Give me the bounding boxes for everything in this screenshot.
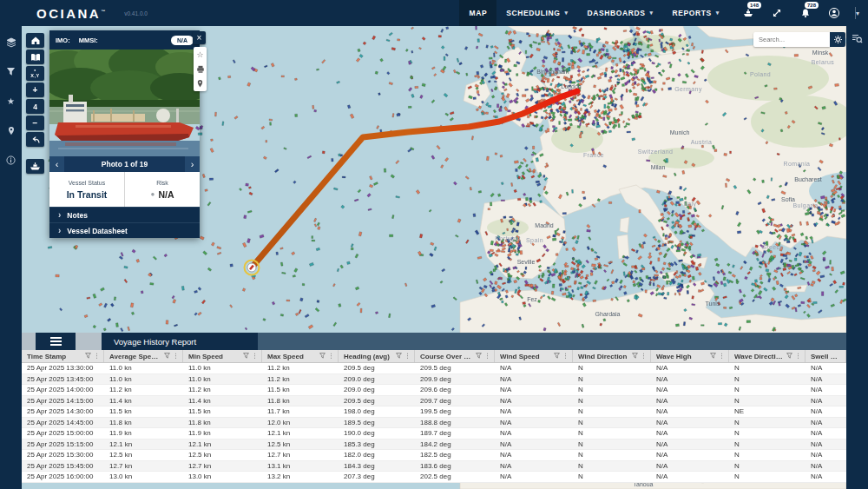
- table-cell: 25 Apr 2025 15:00:00: [22, 428, 104, 439]
- column-menu-icon[interactable]: ⋮: [252, 353, 258, 360]
- column-header[interactable]: Average Speed (SOG)⋮: [104, 350, 183, 362]
- column-menu-icon[interactable]: ⋮: [719, 353, 725, 360]
- table-cell: N/A: [495, 472, 573, 482]
- fleet-button[interactable]: [26, 159, 44, 174]
- close-panel-button[interactable]: ×: [193, 31, 206, 44]
- table-cell: N: [573, 363, 651, 373]
- table-cell: 199.5 deg: [415, 406, 495, 417]
- column-header[interactable]: Course Over Ground (...⋮: [415, 350, 495, 362]
- column-menu-icon[interactable]: ⋮: [404, 353, 411, 360]
- table-cell: 12.1 kn: [104, 439, 183, 450]
- column-header[interactable]: Swell High: [806, 350, 846, 362]
- notifications-bell-icon[interactable]: 728: [799, 6, 812, 20]
- table-row[interactable]: 25 Apr 2025 15:30:0012.5 kn12.5 kn12.7 k…: [22, 450, 846, 461]
- column-header[interactable]: Min Speed⋮: [183, 350, 262, 362]
- favorites-star-icon[interactable]: ★: [5, 96, 16, 107]
- filter-funnel-icon[interactable]: [554, 353, 560, 360]
- table-row[interactable]: 25 Apr 2025 15:00:0011.9 kn11.9 kn12.1 k…: [22, 428, 846, 439]
- basemap-book-button[interactable]: [26, 50, 44, 64]
- table-cell: 12.7 kn: [262, 450, 339, 460]
- vessel-count-icon[interactable]: 148: [741, 6, 755, 20]
- table-cell: 11.0 kn: [183, 374, 262, 385]
- vessel-datasheet-expander[interactable]: › Vessel Datasheet: [49, 222, 200, 238]
- tab-voyage-history-report[interactable]: Voyage History Report: [102, 333, 258, 350]
- info-icon[interactable]: [5, 155, 16, 166]
- filter-funnel-icon[interactable]: [319, 353, 326, 360]
- coordinates-xy-button[interactable]: ●X,Y: [26, 66, 44, 81]
- table-row[interactable]: 25 Apr 2025 13:30:0011.0 kn11.0 kn11.2 k…: [22, 363, 846, 374]
- voyage-route-line: [252, 91, 577, 268]
- table-cell: N/A: [651, 418, 729, 428]
- table-cell: N/A: [495, 418, 573, 428]
- filter-funnel-icon[interactable]: [786, 353, 792, 360]
- filter-funnel-icon[interactable]: [632, 353, 638, 360]
- nav-item-map[interactable]: MAP: [459, 0, 496, 26]
- filter-funnel-icon[interactable]: [85, 353, 91, 360]
- column-header[interactable]: Wind Speed⋮: [495, 350, 573, 362]
- filter-funnel-icon[interactable]: [476, 353, 482, 360]
- zoom-in-button[interactable]: +: [26, 83, 44, 97]
- toolbar-gap: [26, 149, 44, 157]
- table-row[interactable]: 25 Apr 2025 15:45:0012.7 kn12.7 kn13.1 k…: [22, 461, 846, 472]
- nav-item-scheduling[interactable]: SCHEDULING▾: [496, 0, 577, 26]
- column-menu-icon[interactable]: ⋮: [484, 353, 490, 360]
- table-cell: 11.8 kn: [183, 418, 262, 428]
- table-menu-button[interactable]: [36, 333, 76, 350]
- table-row[interactable]: 25 Apr 2025 13:45:0011.0 kn11.0 kn11.2 k…: [22, 374, 846, 386]
- photo-next-button[interactable]: ›: [185, 156, 200, 172]
- column-menu-icon[interactable]: ⋮: [641, 353, 647, 360]
- tracked-vessel-marker[interactable]: [245, 261, 260, 275]
- filter-funnel-icon[interactable]: [164, 353, 170, 360]
- table-row[interactable]: 25 Apr 2025 15:15:0012.1 kn12.1 kn12.5 k…: [22, 439, 846, 451]
- table-row[interactable]: 25 Apr 2025 14:00:0011.2 kn11.2 kn11.5 k…: [22, 385, 846, 396]
- table-cell: 209.5 deg: [415, 363, 495, 373]
- print-icon[interactable]: [195, 64, 205, 74]
- column-menu-icon[interactable]: ⋮: [562, 353, 569, 360]
- column-header[interactable]: Wave High⋮: [651, 350, 729, 362]
- legend-search-icon[interactable]: [852, 33, 863, 44]
- column-header[interactable]: Wave Direction⋮: [729, 350, 806, 362]
- table-cell: 209.7 deg: [415, 396, 495, 406]
- search-settings-button[interactable]: [830, 32, 845, 47]
- filter-icon[interactable]: [5, 66, 16, 77]
- table-row[interactable]: 25 Apr 2025 14:45:0011.8 kn11.8 kn12.0 k…: [22, 418, 846, 429]
- chevron-down-icon: ▾: [649, 10, 653, 17]
- zoom-out-button[interactable]: −: [26, 116, 44, 130]
- table-cell: N: [729, 428, 806, 439]
- column-header[interactable]: Heading (avg)⋮: [339, 350, 415, 362]
- table-cell: N/A: [495, 428, 573, 439]
- column-header[interactable]: Time Stamp⋮: [22, 350, 104, 362]
- location-pin-icon[interactable]: [5, 125, 16, 136]
- pin-on-map-icon[interactable]: [195, 79, 205, 89]
- column-menu-icon[interactable]: ⋮: [94, 353, 100, 360]
- nav-item-reports[interactable]: REPORTS▾: [663, 0, 729, 26]
- search-input[interactable]: [753, 32, 830, 47]
- column-header[interactable]: Wind Direction⋮: [573, 350, 651, 362]
- table-cell: 11.2 kn: [183, 385, 262, 395]
- notes-expander[interactable]: › Notes: [49, 207, 200, 222]
- column-menu-icon[interactable]: ⋮: [328, 353, 334, 360]
- column-menu-icon[interactable]: ⋮: [173, 353, 179, 360]
- table-cell: N/A: [806, 439, 846, 450]
- table-row[interactable]: 25 Apr 2025 16:00:0013.0 kn13.0 kn13.2 k…: [22, 472, 846, 483]
- table-cell: N/A: [651, 363, 729, 373]
- filter-funnel-icon[interactable]: [243, 353, 249, 360]
- filter-funnel-icon[interactable]: [396, 353, 402, 360]
- table-row[interactable]: 25 Apr 2025 14:30:0011.5 kn11.5 kn11.7 k…: [22, 406, 846, 418]
- user-profile-icon[interactable]: [827, 6, 841, 20]
- filter-funnel-icon[interactable]: [710, 353, 716, 360]
- navbar-collapse-caret[interactable]: ▾: [856, 10, 859, 17]
- photo-prev-button[interactable]: ‹: [49, 156, 64, 172]
- table-body: 25 Apr 2025 13:30:0011.0 kn11.0 kn11.2 k…: [22, 363, 846, 483]
- column-menu-icon[interactable]: ⋮: [795, 353, 801, 360]
- expand-icon[interactable]: [770, 6, 784, 20]
- home-button[interactable]: [26, 33, 44, 48]
- undo-button[interactable]: [26, 132, 44, 147]
- nav-item-dashboards[interactable]: DASHBOARDS▾: [578, 0, 663, 26]
- column-header[interactable]: Max Speed⋮: [262, 350, 339, 362]
- table-cell: 12.0 kn: [262, 418, 339, 428]
- layers-icon[interactable]: [5, 36, 16, 48]
- table-row[interactable]: 25 Apr 2025 14:15:0011.4 kn11.4 kn11.8 k…: [22, 396, 846, 407]
- favorite-star-icon[interactable]: ☆: [195, 50, 205, 59]
- app-version: v0.41.0.0: [124, 10, 148, 17]
